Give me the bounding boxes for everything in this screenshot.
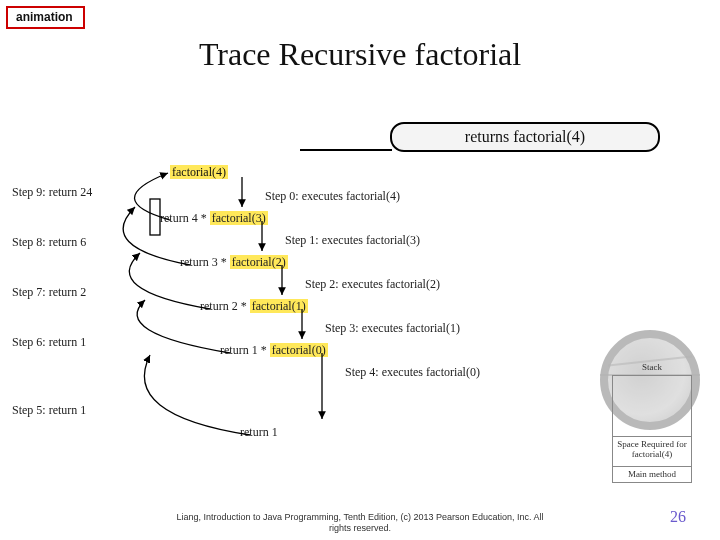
stack-row-0: Space Required for factorial(4) xyxy=(613,440,691,460)
footer-line-1: Liang, Introduction to Java Programming,… xyxy=(0,512,720,523)
footer-line-2: rights reserved. xyxy=(0,523,720,534)
animation-tag: animation xyxy=(6,6,85,29)
page-number: 26 xyxy=(670,508,686,526)
slide-title: Trace Recursive factorial xyxy=(0,36,720,73)
callout-text: returns factorial(4) xyxy=(465,128,585,145)
stack-panel: Stack Space Required for factorial(4) Ma… xyxy=(612,375,692,483)
callout-bubble: returns factorial(4) xyxy=(390,122,660,152)
stack-title: Stack xyxy=(613,362,691,372)
stack-row-1: Main method xyxy=(613,469,691,479)
animation-tag-text: animation xyxy=(16,10,73,24)
arrows-svg xyxy=(60,165,580,475)
footer-credit: Liang, Introduction to Java Programming,… xyxy=(0,512,720,534)
recursion-diagram: factorial(4) Step 0: executes factorial(… xyxy=(60,165,580,475)
callout-leader-line xyxy=(300,149,392,151)
